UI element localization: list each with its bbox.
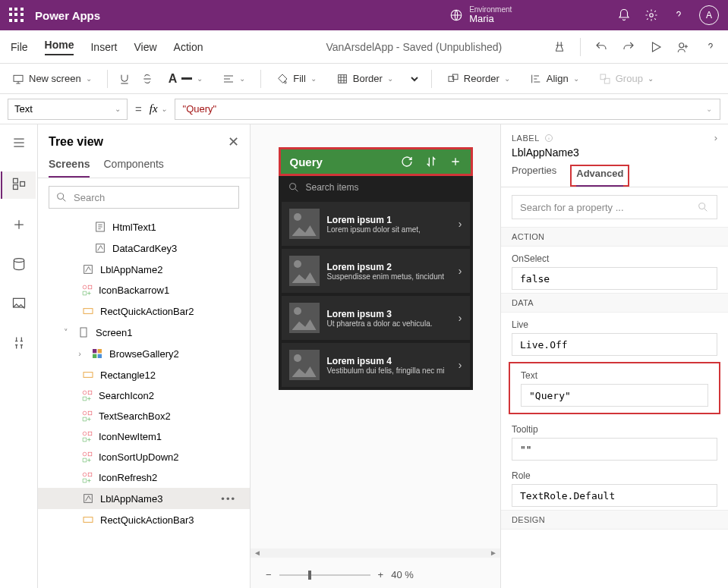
- search-icon: [55, 191, 68, 203]
- chevron-down-icon[interactable]: [408, 73, 421, 85]
- text-align-button[interactable]: ⌄: [218, 70, 250, 88]
- tree-search[interactable]: Search: [49, 186, 239, 209]
- environment-picker[interactable]: EnvironmentMaria: [449, 5, 512, 24]
- property-search[interactable]: Search for a property ...: [512, 195, 717, 219]
- phone-search[interactable]: Search items: [279, 176, 473, 199]
- bell-icon[interactable]: [617, 8, 631, 22]
- sort-icon[interactable]: [425, 156, 437, 168]
- tab-components[interactable]: Components: [103, 158, 163, 178]
- formula-bar: Text⌄ = fx ⌄ "Query"⌄: [0, 94, 728, 124]
- rail-tree[interactable]: [1, 171, 36, 199]
- info-icon[interactable]: [544, 134, 553, 143]
- help-icon[interactable]: [672, 8, 685, 22]
- formula-input[interactable]: "Query"⌄: [175, 99, 720, 120]
- zoom-control[interactable]: − + 40 %: [266, 569, 414, 580]
- fill-button[interactable]: Fill⌄: [272, 70, 321, 88]
- input-role[interactable]: TextRole.Default: [512, 484, 717, 507]
- tab-properties[interactable]: Properties: [512, 165, 556, 187]
- rail-media[interactable]: [8, 293, 30, 317]
- input-live[interactable]: Live.Off: [512, 333, 717, 356]
- reorder-button[interactable]: Reorder⌄: [443, 70, 515, 88]
- help-icon[interactable]: [704, 40, 717, 54]
- tree-panel: Tree view✕ Screens Components Search Htm…: [38, 124, 251, 588]
- tree-node-DataCardKey3[interactable]: DataCardKey3: [38, 237, 250, 259]
- gallery-row[interactable]: Lorem ipsum 4Vestibulum dui felis, fring…: [282, 343, 470, 387]
- save-status: VanArsdelApp - Saved (Unpublished): [326, 41, 503, 53]
- menu-file[interactable]: File: [11, 41, 28, 53]
- tree-node-IconNewItem1[interactable]: IconNewItem1: [38, 426, 250, 447]
- menu-insert[interactable]: Insert: [90, 41, 117, 53]
- chevron-right-icon[interactable]: ›: [714, 132, 717, 143]
- close-icon[interactable]: ✕: [228, 134, 239, 150]
- tab-advanced[interactable]: Advanced: [576, 168, 623, 187]
- right-panel: LABEL › LblAppName3 Properties Advanced …: [500, 124, 728, 588]
- phone-title[interactable]: Query: [290, 156, 323, 168]
- underline-icon[interactable]: [118, 73, 131, 85]
- svg-rect-24: [93, 354, 96, 358]
- redo-icon[interactable]: [622, 40, 635, 54]
- property-dropdown[interactable]: Text⌄: [8, 99, 128, 120]
- input-text[interactable]: "Query": [521, 384, 708, 407]
- share-icon[interactable]: [676, 40, 690, 54]
- tree-node-Screen1[interactable]: ˅Screen1: [38, 322, 250, 343]
- svg-rect-11: [20, 182, 24, 187]
- thumb-icon: [289, 209, 320, 239]
- svg-rect-21: [80, 328, 87, 337]
- tree-node-RectQuickActionBar2[interactable]: RectQuickActionBar2: [38, 300, 250, 322]
- avatar[interactable]: A: [699, 5, 719, 25]
- app-launcher-icon[interactable]: [9, 8, 24, 23]
- refresh-icon[interactable]: [401, 156, 413, 168]
- input-tooltip[interactable]: "": [512, 438, 717, 461]
- tree-node-Rectangle12[interactable]: Rectangle12: [38, 364, 250, 385]
- tree-node-SearchIcon2[interactable]: SearchIcon2: [38, 385, 250, 406]
- tree-node-IconBackarrow1[interactable]: IconBackarrow1: [38, 280, 250, 300]
- gear-icon[interactable]: [644, 8, 658, 22]
- input-onselect[interactable]: false: [512, 267, 717, 290]
- svg-point-33: [83, 452, 87, 456]
- field-live: Live Live.Off: [501, 313, 728, 359]
- section-design: DESIGN: [501, 510, 728, 530]
- svg-rect-26: [84, 373, 93, 378]
- thumb-icon: [289, 256, 320, 286]
- strikethrough-icon[interactable]: [141, 73, 153, 85]
- app-checker-icon[interactable]: [553, 40, 566, 54]
- rail-insert[interactable]: [8, 214, 30, 238]
- menubar: File Home Insert View Action VanArsdelAp…: [0, 30, 728, 64]
- fx-icon[interactable]: fx ⌄: [150, 102, 167, 115]
- tree-node-IconSortUpDown2[interactable]: IconSortUpDown2: [38, 447, 250, 467]
- tree-node-BrowseGallery2[interactable]: ›BrowseGallery2: [38, 343, 250, 364]
- border-button[interactable]: Border⌄: [332, 70, 398, 88]
- undo-icon[interactable]: [594, 40, 608, 54]
- menu-home[interactable]: Home: [45, 39, 74, 55]
- menu-action[interactable]: Action: [174, 41, 203, 53]
- reorder-icon: [447, 73, 459, 85]
- font-color-button[interactable]: A⌄: [164, 69, 208, 89]
- svg-point-18: [83, 285, 87, 289]
- menu-view[interactable]: View: [134, 41, 156, 53]
- tree-node-TextSearchBox2[interactable]: TextSearchBox2: [38, 406, 250, 426]
- svg-point-35: [83, 473, 87, 476]
- field-onselect: OnSelect false: [501, 247, 728, 293]
- tree-node-LblAppName2[interactable]: LblAppName2: [38, 259, 250, 280]
- new-screen-button[interactable]: New screen⌄: [8, 70, 96, 88]
- search-icon: [288, 181, 300, 193]
- gallery-row[interactable]: Lorem ipsum 2Suspendisse enim metus, tin…: [282, 249, 470, 293]
- rail-data[interactable]: [8, 253, 30, 278]
- gallery-row[interactable]: Lorem ipsum 3Ut pharetra a dolor ac vehi…: [282, 296, 470, 340]
- play-icon[interactable]: [649, 40, 663, 54]
- rail-tools[interactable]: [8, 332, 30, 357]
- svg-rect-38: [84, 517, 93, 523]
- align-button[interactable]: Align⌄: [525, 70, 584, 88]
- rail-hamburger[interactable]: [8, 132, 30, 156]
- canvas-hscroll[interactable]: [251, 549, 500, 558]
- tree-node-HtmlText1[interactable]: HtmlText1: [38, 216, 250, 237]
- tree-node-IconRefresh2[interactable]: IconRefresh2: [38, 467, 250, 488]
- svg-point-2: [679, 42, 684, 47]
- svg-rect-9: [13, 178, 17, 183]
- gallery-row[interactable]: Lorem ipsum 1Lorem ipsum dolor sit amet,…: [282, 202, 470, 246]
- plus-icon[interactable]: [449, 156, 462, 168]
- tree-node-LblAppName3[interactable]: LblAppName3•••: [38, 488, 250, 509]
- tree-node-RectQuickActionBar3[interactable]: RectQuickActionBar3: [38, 509, 250, 530]
- canvas[interactable]: Query Search items Lorem ipsum 1Lorem ip…: [251, 124, 500, 588]
- tab-screens[interactable]: Screens: [49, 158, 90, 178]
